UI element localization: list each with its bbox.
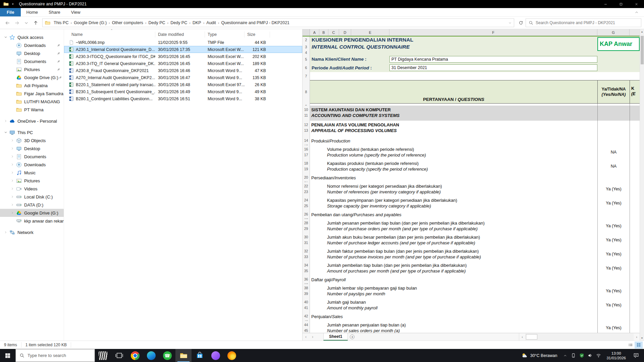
maximize-button[interactable] (613, 0, 629, 8)
sidebar-item-google-drive-g[interactable]: Google Drive (G:) (0, 73, 64, 81)
messaging-taskbar-button[interactable] (208, 349, 224, 362)
excel-row-14[interactable]: 1415Produksi/Production (303, 136, 640, 145)
file-row-a270-internal-audit-questionnaire-dkp2[interactable]: WA270_Internal Audit Questionnaire_DKP2.… (64, 74, 302, 81)
column-header-date-modified[interactable]: Date modified (155, 32, 205, 38)
large-icons-view-button[interactable] (635, 342, 643, 349)
comment-cell[interactable] (630, 173, 640, 182)
sidebar-item-desktop[interactable]: Desktop (0, 144, 64, 153)
comment-cell[interactable] (630, 284, 640, 298)
vertical-scroll-thumb[interactable] (641, 36, 644, 64)
comment-cell[interactable] (630, 159, 640, 173)
answer-cell[interactable] (597, 275, 630, 284)
horizontal-scrollbar[interactable]: ‹ › (519, 333, 640, 341)
phone-link-icon[interactable] (569, 351, 578, 360)
chrome-taskbar-button[interactable] (127, 349, 143, 362)
excel-row-number[interactable]: 1415 (303, 136, 310, 145)
breadcrumb-item-dedy-pc[interactable]: Dedy PC (168, 20, 189, 25)
excel-row-title[interactable]: 2 KUESIONER PENGENDALIAN INTERNAL (303, 37, 640, 43)
sidebar-item-desktop[interactable]: Desktop (0, 49, 64, 57)
taskbar-search-box[interactable] (15, 349, 95, 362)
answer-cell[interactable]: Ya (Yes) (597, 261, 630, 275)
sidebar-item-quick-access[interactable]: Quick access (0, 33, 64, 41)
close-button[interactable] (629, 0, 644, 8)
address-bar[interactable]: This PC›Google Drive (G:)›Other computer… (42, 18, 514, 27)
horizontal-scroll-thumb[interactable] (526, 334, 537, 340)
answer-cell[interactable]: Ya (Yes) (597, 298, 630, 312)
ribbon-tab-file[interactable]: File (0, 8, 21, 16)
sidebar-item-kkp-anwar-dan-rekan-1[interactable]: kkp anwar dan rekan (\\1 (0, 217, 64, 225)
breadcrumb-item-dkp[interactable]: DKP (191, 20, 203, 25)
excel-row-18[interactable]: 1819Kapasitas produksi (tentukan periode… (303, 159, 640, 173)
action-center-button[interactable] (630, 353, 642, 358)
volume-icon[interactable] (586, 351, 594, 360)
sidebar-item-adi-priyatna[interactable]: Adi Priyatna (0, 81, 64, 89)
answer-cell[interactable]: Ya (Yes) (597, 182, 630, 196)
excel-row-number[interactable]: 1617 (303, 145, 310, 159)
excel-column-header-e[interactable]: E (351, 29, 389, 36)
sidebar-item-onedrive-personal[interactable]: OneDrive - Personal (0, 117, 64, 125)
excel-row-number[interactable]: 4 (303, 50, 310, 55)
sidebar-item-network[interactable]: Network (0, 228, 64, 236)
sidebar-item-this-pc[interactable]: This PC (0, 128, 64, 136)
excel-row-number[interactable]: 2 (303, 37, 310, 43)
answer-cell[interactable] (597, 136, 630, 145)
audit-period-value[interactable]: 31 Desember 2021 (389, 64, 597, 71)
comment-cell[interactable] (630, 219, 640, 233)
excel-questions-header-row[interactable]: 8 PERTANYAAN /QUESTIONS Ya/Tidak/NA(Yes/… (303, 80, 640, 104)
excel-row-24[interactable]: 2425Kapasitas penyimpanan (per kategori … (303, 196, 640, 210)
comment-cell[interactable] (630, 182, 640, 196)
answer-cell[interactable] (597, 312, 630, 321)
excel-row-blank[interactable]: 7 (303, 72, 640, 80)
sidebar-item-documents[interactable]: Documents (0, 153, 64, 161)
taskbar-search-input[interactable] (28, 353, 91, 358)
whatsapp-taskbar-button[interactable]: ☎ (159, 349, 175, 362)
vertical-scrollbar[interactable]: ▲ ▼ (640, 29, 644, 341)
comment-cell[interactable] (630, 298, 640, 312)
comment-cell[interactable] (630, 261, 640, 275)
excel-row-30[interactable]: 3031Jumlah akun buku besar pembelian (da… (303, 233, 640, 247)
sheet-nav-right-icon[interactable]: › (309, 333, 316, 341)
up-button[interactable] (31, 18, 40, 27)
store-taskbar-button[interactable] (192, 349, 208, 362)
refresh-button[interactable] (516, 18, 526, 27)
excel-row-number[interactable]: 7 (303, 72, 310, 80)
excel-row-number[interactable]: 4243 (303, 312, 310, 321)
sidebar-item-downloads[interactable]: Downloads (0, 41, 64, 49)
answer-cell[interactable]: Ya (Yes) (597, 219, 630, 233)
details-view-button[interactable] (627, 342, 635, 349)
breadcrumb-item-other-computers[interactable]: Other computers (110, 20, 145, 25)
file-row-b280-1-contingent-liabilities-questionn[interactable]: WB280.1_Contingent Liabilities Questionn… (64, 95, 302, 102)
sidebar-item-local-disk-c[interactable]: Local Disk (C:) (0, 193, 64, 201)
start-button[interactable] (0, 349, 15, 362)
comment-cell[interactable] (630, 196, 640, 210)
excel-row-number[interactable]: 3 (303, 43, 310, 50)
excel-row-number[interactable]: 2627 (303, 210, 310, 219)
excel-row-26[interactable]: 2627Pembelian dan utang/Purchases and pa… (303, 210, 640, 219)
tray-overflow-chevron-icon[interactable] (561, 349, 569, 362)
ribbon-tab-home[interactable]: Home (21, 8, 43, 16)
excel-row-40[interactable]: 4041Jumlah gaji bulananAmount of monthly… (303, 298, 640, 312)
sidebar-item-pt-warna[interactable]: PT Warna (0, 106, 64, 114)
excel-row-number[interactable]: 2223 (303, 182, 310, 196)
excel-row-12[interactable]: 1213PENILAIAN ATAS VOLUME PENGOLAHANAPPR… (303, 121, 640, 136)
recent-locations-chevron-icon[interactable] (21, 18, 31, 27)
excel-row-10[interactable]: 1011SISTEM AKUNTANSI DAN KOMPUTERACCOUNT… (303, 106, 640, 121)
excel-row-number[interactable]: 3031 (303, 233, 310, 247)
breadcrumb-item-audit[interactable]: Audit (204, 20, 218, 25)
excel-select-all-corner[interactable] (303, 29, 310, 36)
sidebar-item-data-d[interactable]: DATA (D:) (0, 201, 64, 209)
comment-cell[interactable] (630, 106, 640, 121)
file-row-a230-3-itgcq-questionnaire-for-itgc-dk[interactable]: XA230.3-ITGCQ_Questionnaire for ITGC_DK.… (64, 53, 302, 60)
sidebar-item-videos[interactable]: Videos (0, 185, 64, 193)
ribbon-tab-view[interactable]: View (66, 8, 86, 16)
excel-row-32[interactable]: 3233Jumlah faktur pembelian tiap bulan (… (303, 247, 640, 261)
forward-button[interactable] (12, 18, 21, 27)
task-view-taskbar-button[interactable] (111, 349, 127, 362)
comment-cell[interactable] (630, 321, 640, 333)
excel-row-number[interactable]: 4445 (303, 321, 310, 333)
answer-cell[interactable]: Ya (Yes) (597, 321, 630, 333)
weather-widget[interactable]: 30°C Berawan (517, 352, 561, 359)
excel-row-16[interactable]: 1617Volume produksi (tentukan periode re… (303, 145, 640, 159)
breadcrumb-item-this-pc[interactable]: This PC (52, 20, 70, 25)
excel-row-20[interactable]: 2021Persediaan/Inventories (303, 173, 640, 182)
